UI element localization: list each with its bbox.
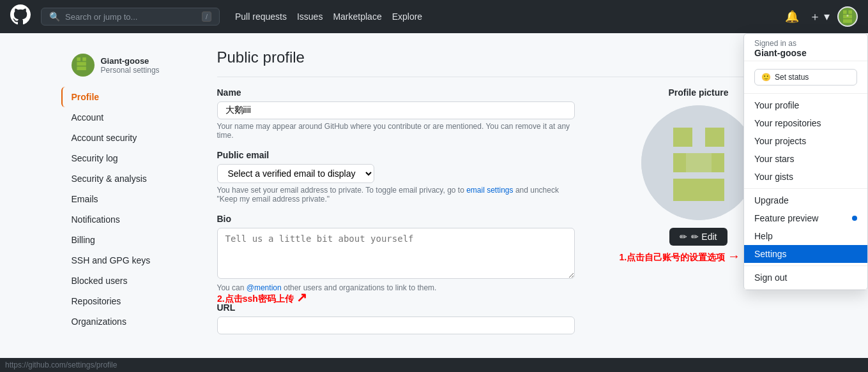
email-select[interactable]: Select a verified email to display xyxy=(217,164,374,183)
url-label: URL xyxy=(217,302,575,313)
bio-textarea[interactable] xyxy=(217,228,575,279)
nav-links: Pull requests Issues Marketplace Explore xyxy=(235,11,422,22)
sidebar-link-organizations[interactable]: Organizations xyxy=(61,311,202,332)
nav-pull-requests[interactable]: Pull requests xyxy=(235,11,287,22)
settings-link[interactable]: Settings xyxy=(744,245,867,263)
github-logo[interactable] xyxy=(10,4,31,29)
sidebar-item-account-security[interactable]: Account security xyxy=(61,128,202,148)
plus-icon[interactable]: ＋ ▾ xyxy=(807,6,832,27)
name-hint: Your name may appear around GitHub where… xyxy=(217,122,575,140)
sidebar-nav: Profile Account Account security Securit… xyxy=(61,87,202,332)
sidebar-item-emails[interactable]: Emails xyxy=(61,189,202,209)
notifications-icon[interactable]: 🔔 xyxy=(782,7,802,26)
bio-hint: You can @mention other users and organiz… xyxy=(217,283,575,292)
sidebar-link-account[interactable]: Account xyxy=(61,107,202,128)
sidebar-link-emails[interactable]: Emails xyxy=(61,189,202,209)
bottom-bar: https://github.com/settings/profile xyxy=(0,358,868,360)
bio-group: Bio You can @mention other users and org… xyxy=(217,214,575,292)
top-navigation: 🔍 / Pull requests Issues Marketplace Exp… xyxy=(0,0,868,33)
url-input[interactable] xyxy=(217,316,575,334)
sidebar-item-security-analysis[interactable]: Security & analysis xyxy=(61,168,202,189)
sidebar-username: Giant-goose xyxy=(101,56,160,66)
nav-explore[interactable]: Explore xyxy=(392,11,422,22)
svg-rect-1 xyxy=(848,10,852,14)
sidebar-item-account[interactable]: Account xyxy=(61,107,202,128)
sidebar: Giant-goose Personal settings Profile Ac… xyxy=(61,48,202,345)
dropdown-status-section: 🙂 Set status xyxy=(744,61,867,94)
edit-picture-button[interactable]: ✏ ✏ Edit xyxy=(669,228,727,246)
sidebar-link-ssh-keys[interactable]: SSH and GPG keys xyxy=(61,250,202,271)
your-projects-link[interactable]: Your projects xyxy=(744,132,867,150)
signed-in-label: Signed in as xyxy=(754,39,857,48)
feature-preview-label: Feature preview xyxy=(754,213,818,223)
svg-rect-7 xyxy=(77,62,86,66)
svg-rect-15 xyxy=(673,179,724,201)
svg-rect-8 xyxy=(77,66,86,70)
sign-out-link[interactable]: Sign out xyxy=(744,269,867,286)
main-content: Public profile Name Your name may appear… xyxy=(217,48,807,345)
sidebar-link-blocked-users[interactable]: Blocked users xyxy=(61,271,202,291)
svg-rect-16 xyxy=(686,153,712,172)
sidebar-item-notifications[interactable]: Notifications xyxy=(61,209,202,230)
sidebar-item-repositories[interactable]: Repositories xyxy=(61,291,202,311)
public-email-label: Public email xyxy=(217,150,575,160)
nav-issues[interactable]: Issues xyxy=(297,11,323,22)
bio-label: Bio xyxy=(217,214,575,224)
svg-rect-5 xyxy=(77,57,80,61)
smiley-icon: 🙂 xyxy=(761,73,771,82)
feature-preview-link[interactable]: Feature preview xyxy=(744,209,867,227)
your-gists-link[interactable]: Your gists xyxy=(744,168,867,186)
sidebar-avatar xyxy=(72,54,95,77)
sidebar-userinfo: Giant-goose Personal settings xyxy=(101,56,160,75)
sidebar-user: Giant-goose Personal settings xyxy=(61,48,202,87)
upgrade-link[interactable]: Upgrade xyxy=(744,191,867,209)
profile-picture xyxy=(641,105,756,220)
sidebar-item-ssh-keys[interactable]: SSH and GPG keys xyxy=(61,250,202,271)
svg-rect-0 xyxy=(843,10,847,14)
email-settings-link[interactable]: email settings xyxy=(466,186,513,195)
sidebar-subtitle: Personal settings xyxy=(101,66,160,75)
nav-right: 🔔 ＋ ▾ xyxy=(782,6,858,27)
sidebar-link-security-analysis[interactable]: Security & analysis xyxy=(61,168,202,189)
nav-marketplace[interactable]: Marketplace xyxy=(333,11,381,22)
search-input[interactable] xyxy=(65,12,197,22)
svg-rect-6 xyxy=(82,57,86,61)
main-container: Giant-goose Personal settings Profile Ac… xyxy=(51,33,818,360)
sidebar-link-account-security[interactable]: Account security xyxy=(61,128,202,148)
profile-form: Name Your name may appear around GitHub … xyxy=(217,87,807,345)
dropdown-signout-section: Sign out xyxy=(744,266,867,290)
mention-link[interactable]: @mention xyxy=(247,283,282,292)
search-icon: 🔍 xyxy=(49,11,60,22)
sidebar-link-billing[interactable]: Billing xyxy=(61,230,202,250)
dropdown-username: Giant-goose xyxy=(754,48,857,58)
help-link[interactable]: Help xyxy=(744,227,867,245)
dropdown-header: Signed in as Giant-goose xyxy=(744,34,867,61)
sidebar-item-security-log[interactable]: Security log xyxy=(61,148,202,168)
your-repositories-link[interactable]: Your repositories xyxy=(744,114,867,132)
sidebar-link-repositories[interactable]: Repositories xyxy=(61,291,202,311)
sidebar-link-profile[interactable]: Profile xyxy=(61,87,202,107)
url-group: URL xyxy=(217,302,575,334)
dropdown-settings-section: Upgrade Feature preview Help Settings xyxy=(744,189,867,266)
sidebar-link-notifications[interactable]: Notifications xyxy=(61,209,202,230)
name-field-group: Name Your name may appear around GitHub … xyxy=(217,87,575,140)
set-status-button[interactable]: 🙂 Set status xyxy=(754,69,857,86)
sidebar-link-security-log[interactable]: Security log xyxy=(61,148,202,168)
search-slash: / xyxy=(202,11,211,22)
sidebar-item-billing[interactable]: Billing xyxy=(61,230,202,250)
sidebar-item-organizations[interactable]: Organizations xyxy=(61,311,202,332)
svg-rect-3 xyxy=(843,19,852,23)
your-profile-link[interactable]: Your profile xyxy=(744,96,867,114)
user-dropdown-menu: Signed in as Giant-goose 🙂 Set status Yo… xyxy=(743,33,868,290)
sidebar-item-blocked-users[interactable]: Blocked users xyxy=(61,271,202,291)
name-label: Name xyxy=(217,87,575,98)
name-input[interactable] xyxy=(217,101,575,119)
svg-rect-11 xyxy=(705,128,724,147)
user-avatar[interactable] xyxy=(837,6,858,27)
svg-rect-4 xyxy=(847,15,849,17)
set-status-label: Set status xyxy=(775,73,809,82)
search-bar[interactable]: 🔍 / xyxy=(41,8,220,26)
sidebar-item-profile[interactable]: Profile xyxy=(61,87,202,107)
your-stars-link[interactable]: Your stars xyxy=(744,150,867,168)
page-title: Public profile xyxy=(217,48,807,77)
